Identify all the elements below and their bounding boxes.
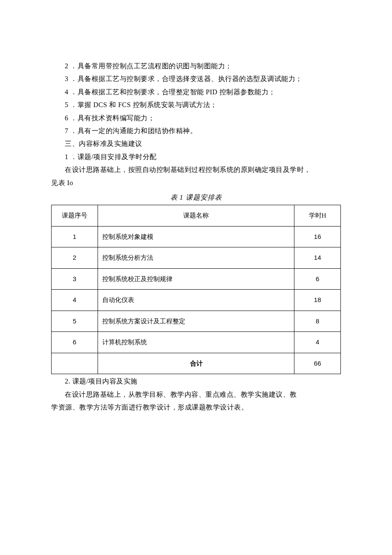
requirement-2: 2 ．具备常用带控制点工艺流程图的识图与制图能力； — [51, 60, 341, 73]
cell-name: 自动化仪表 — [98, 290, 294, 311]
cell-total-label: 合计 — [98, 353, 294, 374]
topic-schedule-table: 课题序号 课题名称 学时H 1 控制系统对象建模 16 2 控制系统分析方法 1… — [51, 205, 341, 374]
cell-hours: 18 — [294, 290, 341, 311]
cell-total-hours: 66 — [294, 353, 341, 374]
table-row: 4 自动化仪表 18 — [52, 290, 341, 311]
section-3-item-1-desc-b: 见表 Io — [51, 177, 341, 189]
table-row: 2 控制系统分析方法 14 — [52, 247, 341, 269]
header-name: 课题名称 — [98, 205, 294, 227]
table-row: 5 控制系统方案设计及工程整定 8 — [52, 311, 341, 332]
table-caption: 表 1 课题安排表 — [51, 191, 341, 204]
cell-seq: 4 — [52, 290, 98, 311]
cell-name: 控制系统分析方法 — [98, 247, 294, 269]
header-seq: 课题序号 — [52, 205, 98, 227]
cell-total-blank — [52, 353, 98, 374]
table-total-row: 合计 66 — [52, 353, 341, 374]
requirement-3: 3 ．具备根据工艺与控制要求，合理选择变送器、执行器的选型及调试能力； — [51, 73, 341, 85]
cell-seq: 6 — [52, 332, 98, 353]
cell-seq: 2 — [52, 247, 98, 269]
cell-seq: 1 — [52, 226, 98, 247]
cell-name: 控制系统对象建模 — [98, 226, 294, 247]
cell-hours: 8 — [294, 311, 341, 332]
section-3-heading: 三、内容标准及实施建议 — [51, 137, 341, 150]
table-row: 1 控制系统对象建模 16 — [52, 226, 341, 247]
requirement-6: 6 ．具有技术资料编写能力； — [51, 112, 341, 125]
cell-name: 控制系统校正及控制规律 — [98, 268, 294, 290]
table-header-row: 课题序号 课题名称 学时H — [52, 205, 341, 227]
section-3-item-2-desc-b: 学资源、教学方法等方面进行教学设计，形成课题教学设计表。 — [51, 401, 341, 414]
requirement-4: 4 ．具备根据工艺和控制要求，合理整定智能 PID 控制器参数能力； — [51, 86, 341, 99]
cell-name: 控制系统方案设计及工程整定 — [98, 311, 294, 332]
cell-seq: 3 — [52, 268, 98, 290]
section-3-item-1-desc-a: 在设计思路基础上，按照自动控制基础到过程控制系统的原则确定项目及学时， — [51, 163, 341, 176]
section-3-item-1: 1 ．课题/项目安排及学时分配 — [51, 151, 341, 163]
cell-name: 计算机控制系统 — [98, 332, 294, 353]
header-hours: 学时H — [294, 205, 341, 227]
requirement-7: 7 ．具有一定的沟通能力和团结协作精神。 — [51, 125, 341, 137]
section-3-item-2-desc-a: 在设计思路基础上，从教学目标、教学内容、重点难点、教学实施建议、教 — [51, 388, 341, 401]
cell-seq: 5 — [52, 311, 98, 332]
cell-hours: 6 — [294, 268, 341, 290]
cell-hours: 16 — [294, 226, 341, 247]
cell-hours: 4 — [294, 332, 341, 353]
cell-hours: 14 — [294, 247, 341, 269]
requirement-5: 5 ．掌握 DCS 和 FCS 控制系统安装与调试方法； — [51, 99, 341, 111]
table-row: 6 计算机控制系统 4 — [52, 332, 341, 353]
section-3-item-2: 2. 课题/项目内容及实施 — [51, 375, 341, 388]
table-row: 3 控制系统校正及控制规律 6 — [52, 268, 341, 290]
